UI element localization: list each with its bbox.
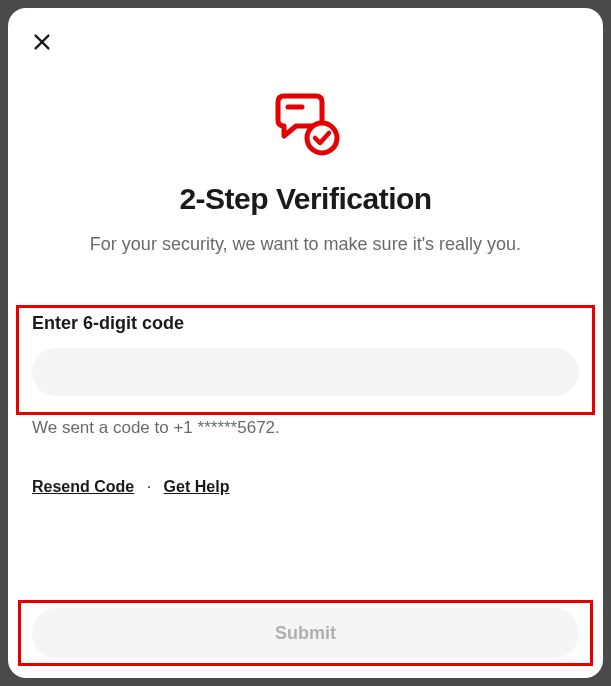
resend-code-link[interactable]: Resend Code (32, 478, 134, 495)
close-button[interactable] (26, 26, 58, 58)
submit-section: Submit (32, 608, 579, 658)
help-links-row: Resend Code · Get Help (32, 478, 579, 496)
sent-code-text: We sent a code to +1 ******5672. (32, 418, 579, 438)
close-icon (31, 31, 53, 53)
submit-button[interactable]: Submit (32, 608, 579, 658)
code-input-section: Enter 6-digit code (32, 313, 579, 396)
verification-modal: 2-Step Verification For your security, w… (8, 8, 603, 678)
header-section: 2-Step Verification For your security, w… (32, 88, 579, 255)
verification-icon (268, 88, 344, 158)
page-subtitle: For your security, we want to make sure … (32, 234, 579, 255)
code-input-label: Enter 6-digit code (32, 313, 579, 334)
code-input[interactable] (32, 348, 579, 396)
page-title: 2-Step Verification (32, 182, 579, 216)
get-help-link[interactable]: Get Help (164, 478, 230, 495)
verification-icon-wrap (32, 88, 579, 158)
link-separator: · (147, 478, 151, 495)
